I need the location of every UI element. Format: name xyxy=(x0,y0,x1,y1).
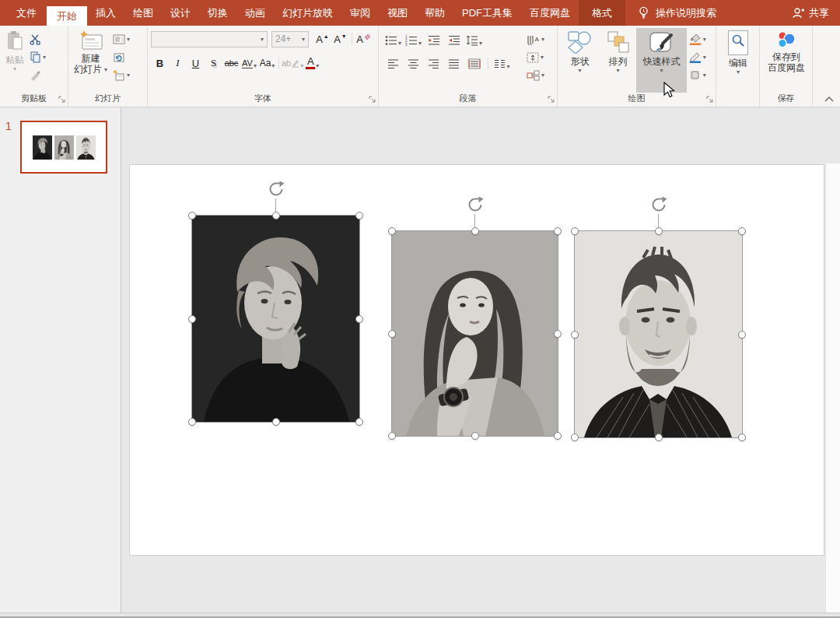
resize-handle-right[interactable] xyxy=(738,331,746,339)
font-name-combobox[interactable]: ▾ xyxy=(151,31,268,47)
section-button[interactable]: ▾ xyxy=(110,68,132,83)
resize-handle-top-left[interactable] xyxy=(388,227,396,235)
shape-effects-button[interactable]: ▾ xyxy=(687,68,714,83)
arrange-dropdown-arrow[interactable]: ▾ xyxy=(617,68,620,74)
collapse-ribbon-chevron-icon[interactable] xyxy=(824,97,834,102)
align-text-dropdown-arrow[interactable]: ▾ xyxy=(541,54,544,61)
tab-baidu-netdisk[interactable]: 百度网盘 xyxy=(521,0,579,26)
line-spacing-dropdown-arrow[interactable]: ▾ xyxy=(479,40,482,47)
resize-handle-right[interactable] xyxy=(355,315,363,323)
columns-button[interactable]: ▾ xyxy=(493,55,511,72)
text-direction-button[interactable]: A ▾ xyxy=(524,32,555,47)
font-name-dropdown-arrow[interactable]: ▾ xyxy=(261,37,264,43)
bullets-button[interactable]: ▾ xyxy=(384,32,402,49)
slide-thumbnail-panel[interactable]: 1 xyxy=(0,107,121,613)
resize-handle-bottom-right[interactable] xyxy=(738,434,746,441)
rotate-handle[interactable] xyxy=(467,196,484,213)
change-case-button[interactable]: Aa▾ xyxy=(258,54,276,72)
justify-button[interactable] xyxy=(445,55,463,72)
paste-button[interactable]: 粘贴 ▾ xyxy=(2,28,27,93)
section-dropdown-arrow[interactable]: ▾ xyxy=(127,72,130,79)
character-spacing-dropdown-arrow[interactable]: ▾ xyxy=(254,63,257,69)
resize-handle-top-right[interactable] xyxy=(738,227,746,235)
slide-layout-button[interactable]: ▾ xyxy=(110,32,132,47)
clear-formatting-button[interactable]: A xyxy=(355,30,373,47)
resize-handle-top[interactable] xyxy=(655,227,663,235)
resize-handle-top-right[interactable] xyxy=(554,227,562,235)
selected-picture-1[interactable] xyxy=(192,216,359,422)
tab-insert[interactable]: 插入 xyxy=(87,0,124,26)
editing-button[interactable]: 编辑 ▾ xyxy=(725,28,751,93)
distribute-text-button[interactable] xyxy=(465,55,483,72)
paste-dropdown-arrow[interactable]: ▾ xyxy=(13,66,16,72)
save-to-baidu-button[interactable]: 保存到 百度网盘 xyxy=(765,28,808,93)
smartart-dropdown-arrow[interactable]: ▾ xyxy=(541,72,544,79)
strikethrough-button[interactable]: abc xyxy=(222,54,240,72)
resize-handle-bottom[interactable] xyxy=(655,434,663,441)
shape-fill-button[interactable]: ▾ xyxy=(687,32,714,47)
font-dialog-launcher[interactable] xyxy=(369,96,376,104)
resize-handle-bottom-right[interactable] xyxy=(355,418,363,426)
tab-draw[interactable]: 绘图 xyxy=(124,0,162,26)
tab-file[interactable]: 文件 xyxy=(6,0,47,26)
tab-pdf-tools[interactable]: PDF工具集 xyxy=(453,0,521,26)
tab-review[interactable]: 审阅 xyxy=(341,0,379,26)
resize-handle-bottom[interactable] xyxy=(272,418,280,426)
bullets-dropdown-arrow[interactable]: ▾ xyxy=(398,40,401,47)
change-case-dropdown-arrow[interactable]: ▾ xyxy=(271,63,275,69)
new-slide-dropdown-arrow[interactable]: ▾ xyxy=(104,67,107,73)
resize-handle-top[interactable] xyxy=(471,227,479,235)
vertical-scrollbar[interactable] xyxy=(825,163,840,613)
quick-styles-button[interactable]: 快速样式 ▾ xyxy=(636,28,687,93)
slide-thumbnail-1[interactable] xyxy=(20,121,107,174)
resize-handle-bottom[interactable] xyxy=(471,432,479,440)
rotate-handle[interactable] xyxy=(268,181,285,198)
increase-indent-button[interactable] xyxy=(445,32,463,49)
slide-layout-dropdown-arrow[interactable]: ▾ xyxy=(127,37,130,43)
text-direction-dropdown-arrow[interactable]: ▾ xyxy=(541,37,544,43)
editing-dropdown-arrow[interactable]: ▾ xyxy=(737,69,740,75)
resize-handle-bottom-left[interactable] xyxy=(388,432,396,440)
resize-handle-bottom-left[interactable] xyxy=(188,418,196,426)
paragraph-dialog-launcher[interactable] xyxy=(548,96,555,104)
resize-handle-left[interactable] xyxy=(571,331,579,339)
align-left-button[interactable] xyxy=(384,55,402,72)
arrange-button[interactable]: 排列 ▾ xyxy=(600,28,636,93)
increase-font-size-button[interactable]: A▲ xyxy=(313,30,331,47)
resize-handle-bottom-left[interactable] xyxy=(571,434,579,441)
tab-view[interactable]: 视图 xyxy=(379,0,416,26)
highlight-color-button[interactable]: ab ▾ xyxy=(282,54,303,72)
tab-animations[interactable]: 动画 xyxy=(236,0,274,26)
align-right-button[interactable] xyxy=(425,55,443,72)
tab-transitions[interactable]: 切换 xyxy=(199,0,236,26)
tab-home[interactable]: 开始 xyxy=(47,6,87,26)
tab-help[interactable]: 帮助 xyxy=(416,0,453,26)
resize-handle-bottom-right[interactable] xyxy=(554,432,562,440)
drawing-dialog-launcher[interactable] xyxy=(706,96,714,104)
clipboard-dialog-launcher[interactable] xyxy=(58,96,66,104)
tab-slideshow[interactable]: 幻灯片放映 xyxy=(274,0,341,26)
convert-to-smartart-button[interactable]: ▾ xyxy=(524,68,555,83)
underline-button[interactable]: U xyxy=(187,54,205,72)
quick-styles-dropdown-arrow[interactable]: ▾ xyxy=(660,68,663,74)
rotate-handle[interactable] xyxy=(650,196,667,213)
selected-picture-2[interactable] xyxy=(392,231,558,436)
shape-outline-button[interactable]: ▾ xyxy=(687,50,714,65)
numbering-dropdown-arrow[interactable]: ▾ xyxy=(418,40,422,47)
shape-outline-dropdown-arrow[interactable]: ▾ xyxy=(703,54,706,61)
resize-handle-left[interactable] xyxy=(388,330,396,338)
resize-handle-left[interactable] xyxy=(188,315,196,323)
tab-format[interactable]: 格式 xyxy=(579,0,625,26)
columns-dropdown-arrow[interactable]: ▾ xyxy=(506,64,509,70)
font-size-combobox[interactable]: 24+ ▾ xyxy=(271,31,309,47)
resize-handle-top-right[interactable] xyxy=(355,212,363,219)
font-color-button[interactable]: A ▾ xyxy=(303,54,321,72)
tell-me-search[interactable]: 操作说明搜索 xyxy=(638,0,716,26)
selected-picture-3[interactable] xyxy=(575,231,742,437)
bold-button[interactable]: B xyxy=(151,54,169,72)
cut-button[interactable] xyxy=(27,32,48,47)
resize-handle-top-left[interactable] xyxy=(188,212,196,219)
tab-design[interactable]: 设计 xyxy=(162,0,199,26)
resize-handle-top[interactable] xyxy=(272,212,280,219)
font-color-dropdown-arrow[interactable]: ▾ xyxy=(316,63,319,69)
